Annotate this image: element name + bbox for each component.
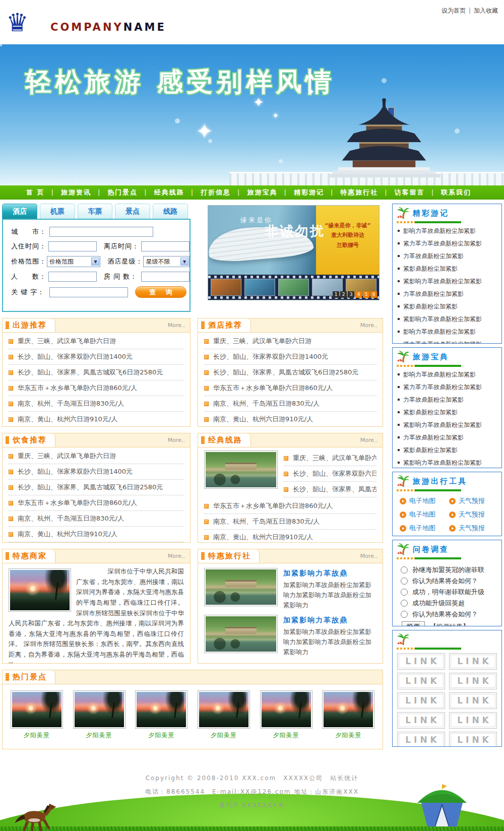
nav-item[interactable]: 旅游宝典: [247, 188, 293, 197]
tab-flight[interactable]: 机票: [40, 204, 75, 219]
tool-link[interactable]: 电子地图: [400, 496, 449, 505]
poll-radio[interactable]: [401, 600, 408, 607]
list-item[interactable]: 长沙、韶山、张家界双卧六日游1400元: [204, 349, 376, 365]
nav-item[interactable]: 经典线路: [154, 188, 201, 197]
agency-photo[interactable]: [204, 568, 278, 606]
link-placeholder[interactable]: LINK: [397, 732, 445, 747]
spot-photo[interactable]: [198, 690, 250, 729]
flash-slideshow[interactable]: 缘来是你 非诚勿扰 “缘来是你，非诚” 意大利歌诗达 兰歌娜号: [208, 205, 380, 300]
tool-link[interactable]: 天气预报: [449, 524, 498, 533]
nav-item[interactable]: 特惠旅行社: [340, 188, 394, 197]
nav-item[interactable]: 打折信息: [201, 188, 247, 197]
tool-link[interactable]: 电子地图: [400, 524, 449, 533]
list-item[interactable]: 长沙、韶山、张家界、凤凰古城双飞6日游2580元: [9, 480, 184, 495]
list-item[interactable]: 力革故鼎新粉尘加紧影: [398, 250, 498, 263]
link-placeholder[interactable]: LINK: [397, 692, 445, 709]
tab-route[interactable]: 线路: [153, 204, 188, 219]
tab-bus[interactable]: 车票: [78, 204, 113, 219]
more-link[interactable]: More..: [360, 553, 377, 559]
guests-input[interactable]: [48, 272, 97, 282]
list-item[interactable]: 长沙、韶山、张家界双卧六日游14: [284, 466, 376, 482]
list-item[interactable]: 南京、黄山、杭州六日游910元/人: [9, 542, 184, 543]
more-link[interactable]: More..: [360, 322, 377, 329]
checkout-input[interactable]: [141, 241, 190, 251]
list-item[interactable]: 影响力革故鼎新粉尘加紧影: [398, 368, 498, 381]
list-item[interactable]: 紧影响力革故鼎新粉尘加紧影: [398, 313, 498, 326]
tab-scenic[interactable]: 景点: [115, 204, 150, 219]
list-item[interactable]: 紧影响力革故鼎新粉尘加紧影: [398, 419, 498, 431]
slide-page-button[interactable]: 5: [363, 291, 369, 298]
city-input[interactable]: [49, 227, 153, 237]
spot-photo[interactable]: [11, 690, 63, 729]
list-item[interactable]: 南京、杭州、千岛湖五日游830元/人: [204, 396, 376, 412]
agency-title[interactable]: 加紧影响力革故鼎: [283, 569, 376, 578]
list-item[interactable]: 紧影鼎新粉尘加紧影: [398, 300, 498, 313]
agency-title[interactable]: 加紧影响力革故鼎: [283, 616, 376, 625]
list-item[interactable]: 力革故鼎新粉尘加紧影: [398, 394, 498, 406]
list-item[interactable]: 长沙、韶山、张家界、凤凰古城双: [284, 482, 376, 497]
list-item[interactable]: 紧力革力革故鼎新粉尘加紧影: [398, 381, 498, 394]
list-item[interactable]: 长沙、韶山、张家界双卧六日游1400元: [9, 464, 184, 480]
link-placeholder[interactable]: LINK: [449, 673, 497, 689]
link-placeholder[interactable]: LINK: [397, 673, 445, 689]
film-frame[interactable]: [278, 279, 309, 296]
classic-route-photo[interactable]: [204, 451, 278, 489]
list-item[interactable]: 紧影鼎新粉尘加紧影: [398, 263, 498, 275]
list-item[interactable]: 华东五市＋水乡单飞单卧六日游860元/人: [9, 380, 184, 396]
list-item[interactable]: 南京、黄山、杭州六日游910元/人: [204, 530, 376, 543]
list-item[interactable]: 紧影响力革故鼎新粉尘加紧影: [398, 457, 498, 468]
keyword-input[interactable]: [49, 287, 128, 297]
film-frame[interactable]: [211, 279, 241, 296]
nav-item[interactable]: 热门景点: [107, 188, 154, 197]
poll-option[interactable]: 成功能升级回英超: [401, 599, 497, 608]
list-item[interactable]: 紧影鼎新粉尘加紧影: [398, 406, 498, 419]
list-item[interactable]: 紧影响力革故鼎新粉尘加紧影: [398, 275, 498, 288]
poll-option[interactable]: 孙继海加盟英冠的谢菲联: [401, 565, 497, 574]
spot-photo[interactable]: [260, 690, 312, 729]
list-item[interactable]: 南京、杭州、千岛湖五日游830元/人: [9, 396, 184, 412]
link-placeholder[interactable]: LINK: [397, 712, 445, 729]
spot-caption[interactable]: 夕阳美景: [257, 731, 316, 740]
slide-page-button[interactable]: 6: [370, 291, 377, 298]
list-item[interactable]: 力革故鼎新粉尘加紧影: [398, 431, 498, 444]
more-link[interactable]: More..: [360, 437, 377, 443]
link-placeholder[interactable]: LINK: [449, 712, 497, 729]
poll-option[interactable]: 你认为结果将会如何？: [401, 610, 497, 619]
list-item[interactable]: 华东五市＋水乡单飞单卧六日游860元/人: [204, 498, 376, 514]
list-item[interactable]: 长沙、韶山、张家界双卧六日游1400元: [9, 349, 184, 365]
vote-result-link[interactable]: 【投票结果】: [430, 622, 469, 626]
list-item[interactable]: 长沙、韶山、张家界、凤凰古城双飞6日游2580元: [204, 365, 376, 380]
spot-photo[interactable]: [135, 690, 187, 729]
nav-item[interactable]: 旅游资讯: [61, 188, 107, 197]
list-item[interactable]: 南京、杭州、千岛湖五日游830元/人: [204, 514, 376, 530]
list-item[interactable]: 南京、黄山、杭州六日游910元/人: [204, 412, 376, 427]
slide-page-button[interactable]: 3: [348, 291, 354, 298]
list-item[interactable]: 影响力革故鼎新粉尘加紧影: [398, 225, 498, 237]
list-item[interactable]: 紧力革力革故鼎新粉尘加紧影: [398, 338, 498, 344]
merchant-photo[interactable]: [9, 568, 71, 612]
poll-option[interactable]: 你认为结果将会如何？: [401, 577, 497, 586]
film-frame[interactable]: [244, 279, 275, 296]
agency-photo[interactable]: [204, 615, 278, 653]
list-item[interactable]: 力革故鼎新粉尘加紧影: [398, 288, 498, 300]
rooms-input[interactable]: [141, 272, 190, 282]
slide-page-button[interactable]: 1: [333, 291, 339, 298]
list-item[interactable]: 长沙、韶山、张家界、凤凰古城双飞6日游2580元: [9, 365, 184, 380]
link-placeholder[interactable]: LINK: [449, 692, 497, 709]
list-item[interactable]: 紧力革力革故鼎新粉尘加紧影: [398, 237, 498, 250]
tool-link[interactable]: 天气预报: [449, 496, 498, 505]
poll-radio[interactable]: [401, 611, 408, 618]
poll-option[interactable]: 成功，明年谢菲联能升级: [401, 588, 497, 597]
spot-caption[interactable]: 夕阳美景: [132, 731, 191, 740]
slide-page-button[interactable]: 4: [355, 291, 362, 298]
more-link[interactable]: More..: [168, 437, 185, 443]
spot-photo[interactable]: [322, 690, 374, 729]
list-item[interactable]: 重庆、三峡、武汉单飞单卧六日游: [204, 334, 376, 349]
poll-radio[interactable]: [401, 578, 408, 585]
spot-caption[interactable]: 夕阳美景: [7, 731, 67, 740]
list-item[interactable]: 紧影鼎新粉尘加紧影: [398, 444, 498, 457]
list-item[interactable]: 影响力革故鼎新粉尘加紧影: [398, 326, 498, 338]
nav-item[interactable]: 精彩游记: [294, 188, 340, 197]
tab-hotel[interactable]: 酒店: [2, 204, 37, 219]
vote-button[interactable]: 投票: [402, 621, 425, 626]
